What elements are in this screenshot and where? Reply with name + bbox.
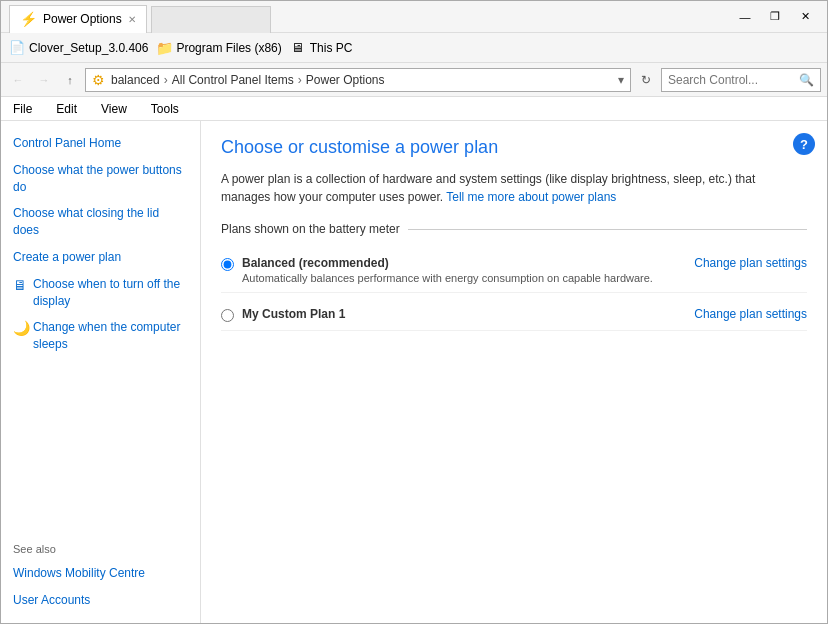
sidebar-turn-off-display-label: Choose when to turn off the display bbox=[33, 276, 188, 310]
path-sep-2: › bbox=[298, 73, 302, 87]
user-accounts-label: User Accounts bbox=[13, 592, 90, 609]
active-tab-label: Power Options bbox=[43, 12, 122, 26]
tab-close-button[interactable]: ✕ bbox=[128, 14, 136, 25]
change-plan-link-custom[interactable]: Change plan settings bbox=[674, 307, 807, 321]
path-dropdown-arrow[interactable]: ▾ bbox=[618, 73, 624, 87]
sidebar-create-plan-label: Create a power plan bbox=[13, 249, 121, 266]
control-panel-home-label: Control Panel Home bbox=[13, 135, 121, 152]
new-tab-area bbox=[151, 6, 271, 34]
sidebar-power-buttons[interactable]: Choose what the power buttons do bbox=[9, 160, 192, 198]
sidebar-create-plan[interactable]: Create a power plan bbox=[9, 247, 192, 268]
plan-radio-custom[interactable] bbox=[221, 309, 234, 322]
restore-button[interactable]: ❐ bbox=[761, 7, 789, 27]
fav-item-this-pc[interactable]: 🖥 This PC bbox=[290, 40, 353, 56]
path-power-options[interactable]: Power Options bbox=[306, 73, 385, 87]
power-options-tab-icon: ⚡ bbox=[20, 11, 37, 27]
file-icon: 📄 bbox=[9, 40, 25, 56]
sidebar-power-buttons-label: Choose what the power buttons do bbox=[13, 162, 188, 196]
search-box: 🔍 bbox=[661, 68, 821, 92]
help-button[interactable]: ? bbox=[793, 133, 815, 155]
minimize-button[interactable]: — bbox=[731, 7, 759, 27]
menu-file[interactable]: File bbox=[9, 100, 36, 118]
plan-name-balanced: Balanced (recommended) bbox=[242, 256, 653, 270]
sidebar-mobility-centre[interactable]: Windows Mobility Centre bbox=[9, 563, 192, 584]
refresh-button[interactable]: ↻ bbox=[635, 69, 657, 91]
menu-bar: File Edit View Tools bbox=[1, 97, 827, 121]
menu-view[interactable]: View bbox=[97, 100, 131, 118]
mobility-centre-label: Windows Mobility Centre bbox=[13, 565, 145, 582]
tell-me-more-link[interactable]: Tell me more about power plans bbox=[446, 190, 616, 204]
sidebar-computer-sleeps-label: Change when the computer sleeps bbox=[33, 319, 188, 353]
search-input[interactable] bbox=[668, 73, 795, 87]
page-title: Choose or customise a power plan bbox=[221, 137, 807, 158]
fav-clover-label: Clover_Setup_3.0.406 bbox=[29, 41, 148, 55]
plan-info-balanced: Balanced (recommended) Automatically bal… bbox=[242, 256, 653, 284]
active-tab[interactable]: ⚡ Power Options ✕ bbox=[9, 5, 147, 33]
plan-desc-balanced: Automatically balances performance with … bbox=[242, 272, 653, 284]
menu-edit[interactable]: Edit bbox=[52, 100, 81, 118]
fav-program-files-label: Program Files (x86) bbox=[176, 41, 281, 55]
title-bar-left: ⚡ Power Options ✕ bbox=[9, 0, 731, 34]
back-button[interactable]: ← bbox=[7, 69, 29, 91]
plan-name-custom: My Custom Plan 1 bbox=[242, 307, 345, 321]
sidebar-control-panel-home[interactable]: Control Panel Home bbox=[9, 133, 192, 154]
sidebar-turn-off-display[interactable]: 🖥 Choose when to turn off the display bbox=[9, 274, 192, 312]
folder-icon: 📁 bbox=[156, 40, 172, 56]
menu-tools[interactable]: Tools bbox=[147, 100, 183, 118]
search-icon[interactable]: 🔍 bbox=[799, 73, 814, 87]
monitor-small-icon: 🖥 bbox=[13, 276, 29, 296]
fav-item-program-files[interactable]: 📁 Program Files (x86) bbox=[156, 40, 281, 56]
content-area: Control Panel Home Choose what the power… bbox=[1, 121, 827, 623]
sidebar: Control Panel Home Choose what the power… bbox=[1, 121, 201, 623]
close-button[interactable]: ✕ bbox=[791, 7, 819, 27]
sidebar-user-accounts[interactable]: User Accounts bbox=[9, 590, 192, 611]
see-also-title: See also bbox=[9, 541, 192, 557]
section-header-text: Plans shown on the battery meter bbox=[221, 222, 400, 236]
moon-icon: 🌙 bbox=[13, 319, 29, 339]
favorites-bar: 📄 Clover_Setup_3.0.406 📁 Program Files (… bbox=[1, 33, 827, 63]
section-header: Plans shown on the battery meter bbox=[221, 222, 807, 236]
address-bar: ← → ↑ ⚙ balanced › All Control Panel Ite… bbox=[1, 63, 827, 97]
up-button[interactable]: ↑ bbox=[59, 69, 81, 91]
plan-info-custom: My Custom Plan 1 bbox=[242, 307, 345, 321]
window-controls: — ❐ ✕ bbox=[731, 7, 819, 27]
window: ⚡ Power Options ✕ — ❐ ✕ 📄 Clover_Setup_3… bbox=[0, 0, 828, 624]
path-control-panel[interactable]: balanced bbox=[111, 73, 160, 87]
address-path[interactable]: ⚙ balanced › All Control Panel Items › P… bbox=[85, 68, 631, 92]
main-panel: ? Choose or customise a power plan A pow… bbox=[201, 121, 827, 623]
path-all-items[interactable]: All Control Panel Items bbox=[172, 73, 294, 87]
main-description: A power plan is a collection of hardware… bbox=[221, 170, 801, 206]
path-sep-1: › bbox=[164, 73, 168, 87]
sidebar-closing-lid[interactable]: Choose what closing the lid does bbox=[9, 203, 192, 241]
fav-this-pc-label: This PC bbox=[310, 41, 353, 55]
plan-radio-area-custom: My Custom Plan 1 bbox=[221, 307, 674, 322]
forward-button[interactable]: → bbox=[33, 69, 55, 91]
plan-radio-balanced[interactable] bbox=[221, 258, 234, 271]
plan-radio-area-balanced: Balanced (recommended) Automatically bal… bbox=[221, 256, 674, 284]
section-header-line bbox=[408, 229, 807, 230]
sidebar-computer-sleeps[interactable]: 🌙 Change when the computer sleeps bbox=[9, 317, 192, 355]
change-plan-link-balanced[interactable]: Change plan settings bbox=[674, 256, 807, 270]
title-bar: ⚡ Power Options ✕ — ❐ ✕ bbox=[1, 1, 827, 33]
fav-item-clover[interactable]: 📄 Clover_Setup_3.0.406 bbox=[9, 40, 148, 56]
path-home-icon: ⚙ bbox=[92, 72, 105, 88]
sidebar-closing-lid-label: Choose what closing the lid does bbox=[13, 205, 188, 239]
plan-option-balanced: Balanced (recommended) Automatically bal… bbox=[221, 246, 807, 293]
plan-option-custom: My Custom Plan 1 Change plan settings bbox=[221, 297, 807, 331]
monitor-icon: 🖥 bbox=[290, 40, 306, 56]
